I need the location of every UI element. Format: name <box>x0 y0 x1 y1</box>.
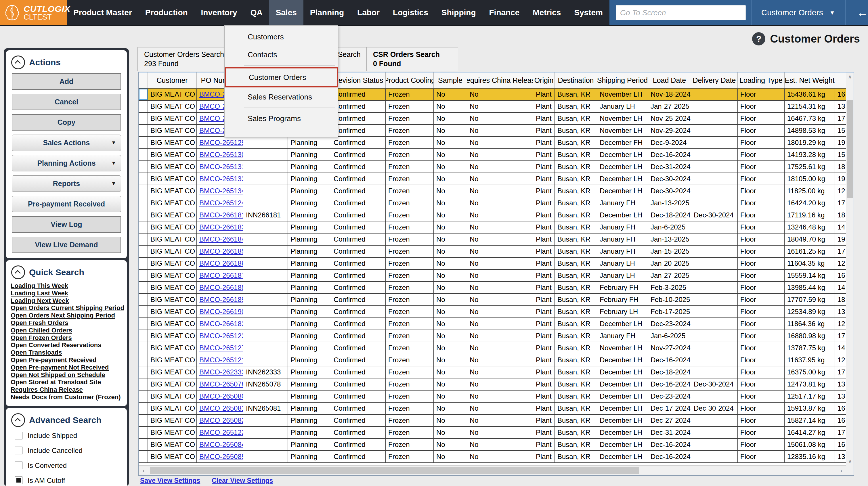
row-selector-cell[interactable] <box>138 366 148 378</box>
table-row[interactable]: BIG MEAT CO BMCO-265078 INN265078 Planni… <box>138 378 846 391</box>
row-selector-cell[interactable] <box>138 113 148 125</box>
column-header-sample[interactable]: Sample <box>434 72 467 89</box>
table-row[interactable]: BIG MEAT CO BMCO-266185 Planning Confirm… <box>138 246 846 258</box>
po-number-link[interactable]: BMCO-266185 <box>199 247 243 255</box>
po-number-link[interactable]: BMCO-265084 <box>199 441 243 449</box>
action-button[interactable]: Reports ▼ <box>12 175 121 192</box>
menu-item[interactable]: Production <box>138 0 194 25</box>
row-selector-cell[interactable] <box>138 403 148 415</box>
action-button[interactable]: Add ▼ <box>12 73 121 90</box>
po-number-link[interactable]: BMCO-265133 <box>199 175 243 183</box>
row-selector-cell[interactable] <box>138 354 148 366</box>
menu-item[interactable]: Logistics <box>386 0 435 25</box>
quick-search-link[interactable]: Loading Next Week <box>11 297 122 305</box>
collapse-chevron-icon[interactable] <box>11 413 25 427</box>
column-header-load-date[interactable]: Load Date <box>648 72 691 89</box>
help-icon[interactable]: ? <box>752 32 765 45</box>
checkbox[interactable] <box>15 461 23 469</box>
table-row[interactable]: BIG MEAT CO BMCO-265130 Planning Confirm… <box>138 149 846 161</box>
quick-search-link[interactable]: Open Transloads <box>11 349 122 356</box>
quick-search-link[interactable]: Open Pre-payment Received <box>11 356 122 364</box>
table-row[interactable]: BIG MEAT CO BMCO-266182 Planning Confirm… <box>138 318 846 330</box>
po-number-link[interactable]: BMCO-265129 <box>199 139 243 147</box>
row-selector-cell[interactable] <box>138 209 148 221</box>
po-number-link[interactable]: BMCO-265123 <box>199 332 243 340</box>
po-number-link[interactable]: BMCO-265085 <box>199 453 243 461</box>
row-selector-cell[interactable] <box>138 161 148 173</box>
po-number-link[interactable]: BMCO-265130 <box>199 151 243 159</box>
checkbox[interactable] <box>15 477 23 484</box>
quick-search-link[interactable]: Open Stored at Transload Site <box>11 378 122 386</box>
po-number-link[interactable]: BMCO-266189 <box>199 296 243 304</box>
horizontal-scroll-thumb[interactable] <box>150 467 639 474</box>
tab-customer-orders-search[interactable]: Customer Orders Search 293 Found <box>137 47 227 71</box>
row-selector-cell[interactable] <box>138 330 148 342</box>
collapse-chevron-icon[interactable] <box>11 56 25 69</box>
table-row[interactable]: BIG MEAT CO BMCO-265080 Planning Confirm… <box>138 391 846 403</box>
menu-item[interactable]: Product Master <box>67 0 138 25</box>
quick-search-link[interactable]: Needs Docs from Customer (Frozen) <box>11 393 122 401</box>
quick-search-link[interactable]: Open Frozen Orders <box>11 334 122 342</box>
column-header-origin[interactable]: Origin <box>533 72 555 89</box>
action-button[interactable]: Sales Actions ▼ <box>12 134 121 151</box>
menu-item[interactable]: QA <box>244 0 269 25</box>
quick-search-link[interactable]: Open Orders Next Shipping Period <box>11 312 122 319</box>
scroll-right-icon[interactable]: › <box>836 465 846 475</box>
column-header-destination[interactable]: Destination <box>555 72 597 89</box>
row-selector-cell[interactable] <box>138 415 148 427</box>
view-settings-link[interactable]: Clear View Settings <box>212 477 273 485</box>
po-number-link[interactable]: BMCO-266183 <box>199 223 243 231</box>
view-settings-link[interactable]: Save View Settings <box>140 477 200 485</box>
quick-search-link[interactable]: Open Not Shipped on Schedule <box>11 371 122 379</box>
table-row[interactable]: BIG MEAT CO BMCO-265084 Planning Confirm… <box>138 439 846 451</box>
table-row[interactable]: BIG MEAT CO BMCO-266188 Planning Confirm… <box>138 282 846 294</box>
row-selector-cell[interactable] <box>138 282 148 294</box>
menu-item[interactable]: Labor <box>350 0 386 25</box>
row-selector-cell[interactable] <box>138 258 148 270</box>
menu-item[interactable]: Shipping <box>435 0 483 25</box>
po-number-link[interactable]: BMCO-266182 <box>199 320 243 328</box>
po-number-link[interactable]: BMCO-265134 <box>199 187 243 195</box>
row-selector-cell[interactable] <box>138 149 148 161</box>
row-selector-cell[interactable] <box>138 451 148 463</box>
menu-item[interactable]: Metrics <box>526 0 567 25</box>
menu-item[interactable]: System <box>567 0 610 25</box>
action-button[interactable]: Pre-payment Received ▼ <box>12 196 121 212</box>
row-selector-cell[interactable] <box>138 137 148 149</box>
horizontal-scrollbar[interactable]: ‹ › <box>138 465 846 475</box>
po-number-link[interactable]: BMCO-265131 <box>199 163 243 171</box>
row-selector-cell[interactable] <box>138 342 148 354</box>
row-selector-cell[interactable] <box>138 125 148 137</box>
menu-item-sales-programs[interactable]: Sales Programs <box>225 110 338 127</box>
goto-screen-input[interactable] <box>616 5 746 20</box>
quick-search-link[interactable]: Open Fresh Orders <box>11 319 122 327</box>
action-button[interactable]: Cancel ▼ <box>12 94 121 110</box>
po-number-link[interactable]: BMCO-265127 <box>199 344 243 352</box>
column-header-product-cooling[interactable]: Product Cooling <box>386 72 434 89</box>
table-row[interactable]: BIG MEAT CO BMCO-265082 Planning Confirm… <box>138 415 846 427</box>
menu-item[interactable]: Sales <box>269 0 303 25</box>
collapse-chevron-icon[interactable] <box>11 266 25 279</box>
po-number-link[interactable]: BMCO-266190 <box>199 308 243 316</box>
column-header-delivery-date[interactable]: Delivery Date <box>691 72 738 89</box>
po-number-link[interactable]: BMCO-266188 <box>199 283 243 292</box>
table-row[interactable]: BIG MEAT CO BMCO-266183 Planning Confirm… <box>138 221 846 234</box>
quick-search-link[interactable]: Open Converted Reservations <box>11 341 122 349</box>
column-header-requires-china-release[interactable]: Requires China Release <box>467 72 533 89</box>
row-selector-cell[interactable] <box>138 221 148 234</box>
row-selector-cell[interactable] <box>138 185 148 197</box>
table-row[interactable]: BIG MEAT CO BMCO-265134 Planning Confirm… <box>138 185 846 197</box>
scroll-down-icon[interactable]: ∨ <box>846 458 854 465</box>
vertical-scrollbar[interactable]: ∧ ∨ <box>846 72 854 465</box>
column-header[interactable] <box>138 72 148 89</box>
table-row[interactable]: BIG MEAT CO BMCO-266189 Planning Confirm… <box>138 294 846 306</box>
menu-item-customer-orders[interactable]: Customer Orders <box>225 67 338 87</box>
row-selector-cell[interactable] <box>138 391 148 403</box>
po-number-link[interactable]: BMCO-265122 <box>199 428 243 436</box>
column-header-customer[interactable]: Customer <box>148 72 197 89</box>
row-selector-cell[interactable] <box>138 378 148 391</box>
table-row[interactable]: BIG MEAT CO BMCO-266187 Planning Confirm… <box>138 270 846 282</box>
table-row[interactable]: BIG MEAT CO BMCO-266184 Planning Confirm… <box>138 234 846 246</box>
po-number-link[interactable]: BMCO-265080 <box>199 392 243 400</box>
row-selector-cell[interactable] <box>138 306 148 318</box>
